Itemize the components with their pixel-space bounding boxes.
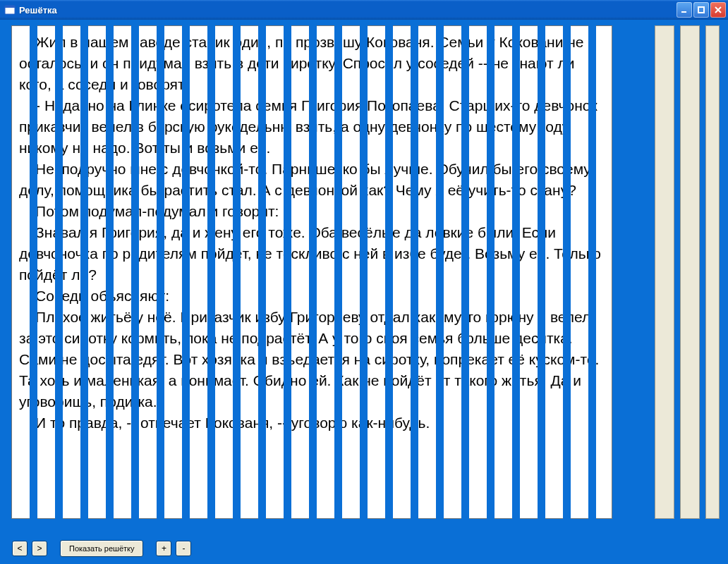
grid-bar bbox=[614, 25, 621, 519]
show-grid-button[interactable]: Показать решётку bbox=[60, 540, 143, 557]
app-icon bbox=[4, 4, 16, 16]
titlebar[interactable]: Решётка bbox=[0, 0, 728, 20]
svg-rect-3 bbox=[698, 7, 704, 13]
next-button[interactable]: > bbox=[32, 541, 47, 556]
story-paragraph: Знавал я Григория, да и жену его тоже. О… bbox=[19, 222, 605, 286]
side-strip-2 bbox=[680, 25, 700, 519]
story-text: Жил в нашем заводе старик один, по прозв… bbox=[12, 26, 612, 438]
toolbar: < > Показать решётку + - bbox=[2, 535, 726, 562]
window-title: Решётка bbox=[19, 5, 677, 16]
svg-rect-2 bbox=[681, 11, 686, 13]
minimize-button[interactable] bbox=[677, 2, 692, 18]
story-paragraph: Плохое житьё у неё. Приказчик избу Григо… bbox=[19, 307, 605, 412]
story-paragraph: И то правда, -- отвечает Кокованя, -- уг… bbox=[19, 412, 605, 434]
maximize-button[interactable] bbox=[693, 2, 709, 18]
client-area: Жил в нашем заводе старик один, по прозв… bbox=[2, 20, 726, 562]
close-button[interactable] bbox=[710, 2, 726, 18]
text-panel[interactable]: Жил в нашем заводе старик один, по прозв… bbox=[11, 25, 612, 519]
plus-button[interactable]: + bbox=[156, 541, 171, 556]
side-strip-1 bbox=[655, 25, 674, 519]
story-paragraph: Соседи объясняют: bbox=[19, 286, 605, 307]
prev-button[interactable]: < bbox=[12, 541, 28, 556]
window-buttons bbox=[677, 2, 726, 18]
story-paragraph: Жил в нашем заводе старик один, по прозв… bbox=[19, 32, 605, 95]
minus-button[interactable]: - bbox=[176, 541, 191, 556]
story-paragraph: Потом подумал-подумал и говорит: bbox=[19, 201, 605, 222]
story-paragraph: Несподручно мне с девчонкой-то. Парнишеч… bbox=[19, 159, 605, 201]
viewport: Жил в нашем заводе старик один, по прозв… bbox=[7, 25, 721, 532]
app-window: Решётка Жил в нашем заводе старик один, … bbox=[0, 0, 728, 564]
side-strip-3 bbox=[705, 25, 720, 519]
story-paragraph: - Недавно на Глинке осиротела семья Григ… bbox=[19, 95, 605, 159]
svg-rect-1 bbox=[5, 6, 15, 8]
